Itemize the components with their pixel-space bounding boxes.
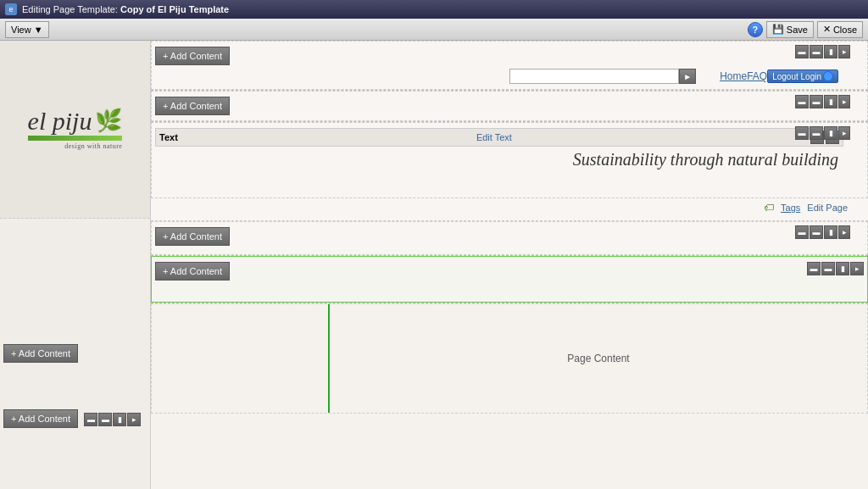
expand-icon[interactable]: ▸ [127,413,141,426]
logout-button[interactable]: Logout Login [767,69,838,83]
layout2-icon[interactable]: ▬ [98,413,112,426]
s2-layout1[interactable]: ▬ [795,95,809,108]
faq-link[interactable]: FAQ [747,70,767,82]
add-content-row-button[interactable]: + Add Content [155,262,230,281]
home-link[interactable]: Home [720,70,747,82]
sidebar-add-content-1: + Add Content [3,344,78,363]
nav-toolbar-layout1[interactable]: ▬ [795,45,809,58]
add-content-sidebar-1-button[interactable]: + Add Content [3,344,78,363]
row-layout1[interactable]: ▬ [807,262,821,275]
content-row: Page Content [151,303,868,414]
sidebar-add-content-2: + Add Content ▬ ▬ ▮ ▸ [3,409,141,428]
text-content: Sustainability through natural building [155,150,864,173]
s2-expand[interactable]: ▸ [838,95,850,108]
text-layout3[interactable]: ▮ [824,126,837,140]
search-button[interactable]: ► [679,69,696,84]
s2-layout3[interactable]: ▮ [824,95,837,108]
row-expand[interactable]: ▸ [850,262,864,275]
text-section-toolbar: ▬ ▬ ▮ ▸ [795,126,850,140]
layout3-icon[interactable]: ▮ [113,413,126,426]
content-row-main: Page Content [330,304,867,413]
close-button[interactable]: ✕ Close [817,21,863,38]
add-content-nav-button[interactable]: + Add Content [155,47,230,65]
text-layout1[interactable]: ▬ [795,126,809,140]
text-bar: Text Edit Text ✎ ✕ [155,128,843,147]
s4-layout1[interactable]: ▬ [795,225,809,239]
search-input[interactable] [509,69,679,84]
main-area: el piju 🌿 design with nature + Add Conte… [0,41,868,489]
nav-toolbar-layout2[interactable]: ▬ [810,45,823,58]
layout1-icon[interactable]: ▬ [84,413,97,426]
row-layout3[interactable]: ▮ [836,262,849,275]
tags-edit-row: 🏷 Tags Edit Page [151,198,868,221]
menu-actions: ? 💾 Save ✕ Close [748,21,863,38]
text-expand[interactable]: ▸ [838,126,850,140]
nav-toolbar-expand[interactable]: ▸ [838,45,850,58]
title-bar-text: Editing Page Template: Copy of El Piju T… [22,4,229,14]
add-content-s4-button[interactable]: + Add Content [155,227,230,246]
edit-page-link[interactable]: Edit Page [807,203,848,213]
s2-layout2[interactable]: ▬ [810,95,823,108]
nav-toolbar-layout3[interactable]: ▮ [824,45,837,58]
logout-icon [823,71,833,81]
logo-area: el piju 🌿 design with nature [0,41,150,219]
save-button[interactable]: 💾 Save [766,21,814,38]
row-section: + Add Content ▬ ▬ ▮ ▸ [151,256,868,303]
section-2-add: ▬ ▬ ▮ ▸ + Add Content [151,91,868,121]
tag-icon: 🏷 [764,202,774,214]
tags-link[interactable]: Tags [781,203,800,213]
s4-layout2[interactable]: ▬ [810,225,823,239]
text-layout2[interactable]: ▬ [810,126,823,140]
logo: el piju 🌿 design with nature [28,108,123,150]
view-menu-button[interactable]: View ▼ [5,21,49,38]
add-content-sidebar-2-button[interactable]: + Add Content [3,409,78,428]
content-area: ▬ ▬ ▮ ▸ + Add Content ► Home FAQ Logout … [151,41,868,489]
row-layout2[interactable]: ▬ [821,262,835,275]
section4-toolbar: ▬ ▬ ▮ ▸ [795,225,850,239]
s4-expand[interactable]: ▸ [838,225,850,239]
menu-bar: View ▼ ? 💾 Save ✕ Close [0,19,868,41]
title-bar-icon: e [5,3,17,15]
row-section-toolbar: ▬ ▬ ▮ ▸ [807,262,864,275]
nav-section-toolbar: ▬ ▬ ▮ ▸ [795,45,850,58]
section2-toolbar: ▬ ▬ ▮ ▸ [795,95,850,108]
section-4-add: ▬ ▬ ▮ ▸ + Add Content [151,221,868,255]
help-button[interactable]: ? [748,22,763,37]
sidebar: el piju 🌿 design with nature + Add Conte… [0,41,151,489]
content-row-sidebar [152,304,330,413]
add-content-s2-button[interactable]: + Add Content [155,97,230,115]
sidebar-toolbar-2: ▬ ▬ ▮ ▸ [84,413,141,426]
tags-edit-area: 🏷 Tags Edit Page [151,202,868,217]
nav-section: ▬ ▬ ▮ ▸ + Add Content ► Home FAQ Logout … [151,41,868,90]
text-section: ▬ ▬ ▮ ▸ Text Edit Text ✎ ✕ Sustainabilit… [151,122,868,198]
s4-layout3[interactable]: ▮ [824,225,837,239]
title-bar: e Editing Page Template: Copy of El Piju… [0,0,868,19]
